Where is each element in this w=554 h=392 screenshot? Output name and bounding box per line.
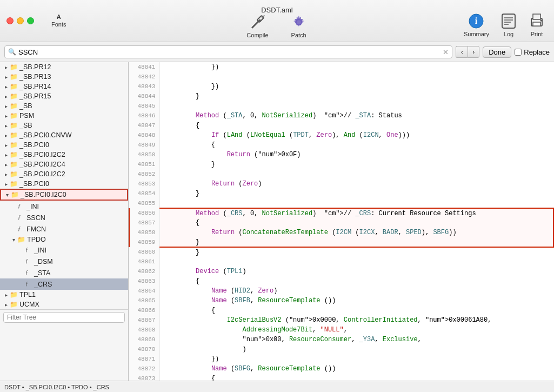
svg-rect-13 xyxy=(533,22,540,26)
line-code: AddressingMode7Bit, "NULL", xyxy=(160,325,553,335)
line-number: 48872 xyxy=(129,364,160,374)
fonts-button[interactable]: A Fonts xyxy=(47,12,71,30)
sidebar-item-sb-pci0-i2c4[interactable]: ▸📁_SB.PCI0.I2C4 xyxy=(0,160,128,169)
table-row: 48862 Device (TPL1) xyxy=(129,267,553,276)
sidebar-item-tpl1[interactable]: ▸📁TPL1 xyxy=(0,290,128,300)
method-icon: ƒ xyxy=(25,257,32,266)
sidebar-item-sb-pr14[interactable]: ▸📁_SB.PR14 xyxy=(0,82,128,91)
summary-button[interactable]: i Summary xyxy=(459,10,493,39)
maximize-button[interactable] xyxy=(27,17,34,24)
search-field[interactable]: 🔍 ✕ xyxy=(4,45,452,58)
sidebar-item-ucmx[interactable]: ▸📁UCMX xyxy=(0,300,128,309)
sidebar-item-sb-pci0-i2c2b[interactable]: ▸📁_SB.PCI0.I2C2 xyxy=(0,169,128,179)
table-row: 48865 Name (SBFB, ResourceTemplate ()) xyxy=(129,296,553,305)
search-input[interactable] xyxy=(18,48,443,56)
replace-checkbox[interactable] xyxy=(515,49,522,56)
sidebar-item-ini[interactable]: ƒ_INI xyxy=(0,201,128,212)
sidebar-item-label: _SB.PCI0.I2C2 xyxy=(19,151,65,158)
print-button[interactable]: Print xyxy=(524,10,550,39)
sidebar-item-tpdo-dsm[interactable]: ƒ_DSM xyxy=(0,256,128,267)
sidebar-item-sb-pci0-i2c2[interactable]: ▸📁_SB.PCI0.I2C2 xyxy=(0,150,128,160)
sidebar-item-sb-pci0b[interactable]: ▸📁_SB.PCI0 xyxy=(0,179,128,189)
sidebar-item-fmcn[interactable]: ƒFMCN xyxy=(0,223,128,235)
table-row: 48854 } xyxy=(129,189,553,198)
table-row: 48867 I2cSerialBusV2 ("num">0x0000, Cont… xyxy=(129,315,553,325)
triangle-icon: ▸ xyxy=(2,142,10,148)
sidebar-item-sscn[interactable]: ƒSSCN xyxy=(0,212,128,223)
compile-button[interactable]: Compile xyxy=(242,11,272,41)
search-next-button[interactable]: › xyxy=(468,46,479,58)
close-button[interactable] xyxy=(6,17,14,24)
svg-text:ƒ: ƒ xyxy=(18,202,21,209)
sidebar-item-sb-pci0[interactable]: ▸📁_SB.PCI0 xyxy=(0,140,128,150)
table-row: 48849 { xyxy=(129,140,553,150)
sidebar-item-sb2[interactable]: ▸📁_SB xyxy=(0,121,128,130)
line-number: 48847 xyxy=(129,121,160,130)
sidebar-item-sb-pr15[interactable]: ▸📁_SB.PR15 xyxy=(0,91,128,101)
line-code: }) xyxy=(160,62,553,72)
code-area[interactable]: 48841 })48842 48843 })48844 }48845 48846… xyxy=(129,62,554,381)
line-code: } xyxy=(160,160,553,169)
sidebar-item-label: _INI xyxy=(34,247,46,254)
fonts-label: Fonts xyxy=(51,21,66,28)
sidebar-item-psm[interactable]: ▸📁PSM xyxy=(0,111,128,121)
triangle-icon: ▸ xyxy=(2,171,10,177)
sidebar-item-tpdo-crs[interactable]: ƒ_CRS xyxy=(0,278,128,290)
line-code: If (LAnd (LNotEqual (TPDT, Zero), And (I… xyxy=(160,130,553,140)
line-number: 48864 xyxy=(129,286,160,296)
line-number: 48848 xyxy=(129,130,160,140)
sidebar-item-label: TPL1 xyxy=(19,291,36,298)
folder-icon: 📁 xyxy=(10,180,18,188)
line-number: 48855 xyxy=(129,198,160,208)
table-row: 48859 } xyxy=(129,237,553,247)
line-number: 48865 xyxy=(129,296,160,305)
line-number: 48852 xyxy=(129,169,160,179)
table-row: 48863 { xyxy=(129,276,553,286)
sidebar-item-tpdo-ini[interactable]: ƒ_INI xyxy=(0,244,128,256)
table-row: 48864 Name (HID2, Zero) xyxy=(129,286,553,296)
log-button[interactable]: Log xyxy=(496,10,522,39)
line-code xyxy=(160,257,553,267)
svg-text:ƒ: ƒ xyxy=(18,225,21,231)
folder-icon: 📁 xyxy=(11,191,19,198)
print-label: Print xyxy=(531,31,543,37)
summary-label: Summary xyxy=(464,31,489,37)
patch-icon xyxy=(290,14,308,31)
table-row: 48853 Return (Zero) xyxy=(129,179,553,189)
toolbar-right: i Summary Log Print xyxy=(459,3,550,39)
line-number: 48854 xyxy=(129,189,160,198)
sidebar[interactable]: ▸📁_SB.PR12▸📁_SB.PR13▸📁_SB.PR14▸📁_SB.PR15… xyxy=(0,62,129,381)
triangle-icon: ▾ xyxy=(3,192,11,198)
method-icon: ƒ xyxy=(17,202,25,211)
method-icon: ƒ xyxy=(17,213,25,222)
filter-input[interactable] xyxy=(3,312,125,323)
sidebar-item-sb[interactable]: ▸📁_SB xyxy=(0,101,128,111)
table-row: 48850 Return ("num">0x0F) xyxy=(129,150,553,160)
compile-icon xyxy=(249,14,266,31)
sidebar-item-sb-pr12[interactable]: ▸📁_SB.PR12 xyxy=(0,62,128,72)
sidebar-item-sb-pr13[interactable]: ▸📁_SB.PR13 xyxy=(0,72,128,82)
log-icon xyxy=(500,12,517,30)
search-nav-group: ‹ › xyxy=(456,46,479,58)
sidebar-item-tpdo-sta[interactable]: ƒ_STA xyxy=(0,267,128,278)
sidebar-item-sb-pci0-i2c0[interactable]: ▾📁_SB.PCI0.I2C0 xyxy=(0,189,128,201)
patch-button[interactable]: Patch xyxy=(286,11,312,41)
minimize-button[interactable] xyxy=(17,17,24,24)
search-clear-icon[interactable]: ✕ xyxy=(443,48,449,56)
svg-text:ƒ: ƒ xyxy=(18,214,21,220)
line-code: Return (Zero) xyxy=(160,179,553,189)
table-row: 48852 xyxy=(129,169,553,179)
line-number: 48843 xyxy=(129,82,160,91)
main-area: ▸📁_SB.PR12▸📁_SB.PR13▸📁_SB.PR14▸📁_SB.PR15… xyxy=(0,62,554,381)
svg-text:ƒ: ƒ xyxy=(25,269,29,275)
sidebar-item-label: _STA xyxy=(34,269,50,277)
line-code: "num">0x00, ResourceConsumer, _Y3A, Excl… xyxy=(160,335,553,344)
sidebar-item-tpdo[interactable]: ▾📁TPDO xyxy=(0,235,128,244)
search-prev-button[interactable]: ‹ xyxy=(456,46,468,58)
sidebar-item-sb-pci0-cnvw[interactable]: ▸📁_SB.PCI0.CNVW xyxy=(0,130,128,140)
done-button[interactable]: Done xyxy=(483,46,511,58)
folder-icon: 📁 xyxy=(10,83,18,90)
table-row: 48873 { xyxy=(129,374,553,381)
triangle-icon: ▸ xyxy=(2,123,10,129)
line-code: } xyxy=(160,91,553,101)
